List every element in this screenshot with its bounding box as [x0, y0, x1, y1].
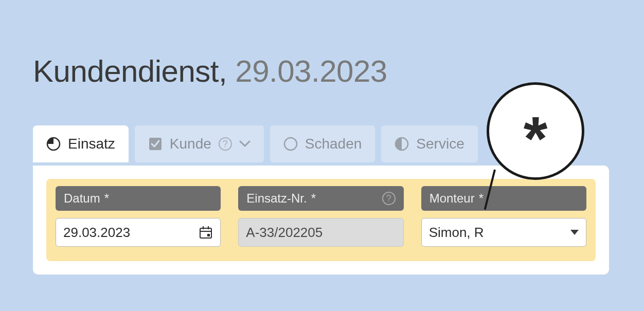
field-monteur: Monteur * Simon, R: [421, 186, 586, 247]
input-value: 29.03.2023: [63, 225, 130, 241]
field-einsatz-nr: Einsatz-Nr. * ? A-33/202205: [238, 186, 403, 247]
tab-label: Schaden: [305, 136, 362, 152]
einsatz-nr-input: A-33/202205: [238, 218, 403, 247]
date-input[interactable]: 29.03.2023: [56, 218, 221, 247]
required-asterisk-icon: *: [104, 191, 109, 206]
required-asterisk-icon: *: [479, 191, 484, 206]
pie-quarter-icon: [46, 137, 61, 151]
label-text: Einsatz-Nr.: [246, 191, 307, 206]
circle-empty-icon: [283, 137, 298, 151]
circle-half-icon: [395, 137, 409, 151]
asterisk-icon: *: [524, 107, 548, 169]
title-date: 29.03.2023: [235, 54, 387, 88]
form-required-group: Datum * 29.03.2023 Eins: [46, 179, 596, 261]
calendar-icon[interactable]: [199, 225, 213, 240]
tab-label: Einsatz: [68, 136, 115, 152]
form-panel: Datum * 29.03.2023 Eins: [33, 166, 609, 275]
field-label-einsatz-nr: Einsatz-Nr. * ?: [238, 186, 403, 211]
label-text: Monteur: [430, 191, 475, 206]
help-icon: ?: [219, 137, 232, 151]
field-label-monteur: Monteur *: [421, 186, 586, 211]
field-label-datum: Datum *: [56, 186, 221, 211]
tab-label: Kunde: [170, 136, 211, 152]
tab-label: Service: [416, 136, 464, 152]
svg-point-2: [284, 138, 297, 150]
tabs: Einsatz Kunde ? Schaden: [33, 125, 478, 162]
required-field-callout: *: [487, 82, 584, 180]
title-prefix: Kundendienst,: [33, 54, 227, 88]
page-title: Kundendienst, 29.03.2023: [33, 53, 387, 89]
chevron-down-icon: [239, 140, 251, 148]
dropdown-caret-icon: [570, 230, 579, 235]
svg-rect-8: [207, 234, 210, 236]
field-datum: Datum * 29.03.2023: [56, 186, 221, 247]
svg-rect-4: [200, 228, 211, 238]
tab-einsatz[interactable]: Einsatz: [33, 125, 129, 162]
tab-schaden[interactable]: Schaden: [270, 125, 375, 162]
required-asterisk-icon: *: [311, 191, 316, 206]
input-value: A-33/202205: [246, 225, 323, 241]
tab-service[interactable]: Service: [381, 125, 477, 162]
monteur-select[interactable]: Simon, R: [421, 218, 586, 247]
help-icon[interactable]: ?: [382, 192, 396, 205]
checkbox-checked-icon: [148, 137, 163, 151]
tab-kunde[interactable]: Kunde ?: [135, 125, 264, 162]
select-value: Simon, R: [429, 225, 484, 241]
label-text: Datum: [64, 191, 100, 206]
